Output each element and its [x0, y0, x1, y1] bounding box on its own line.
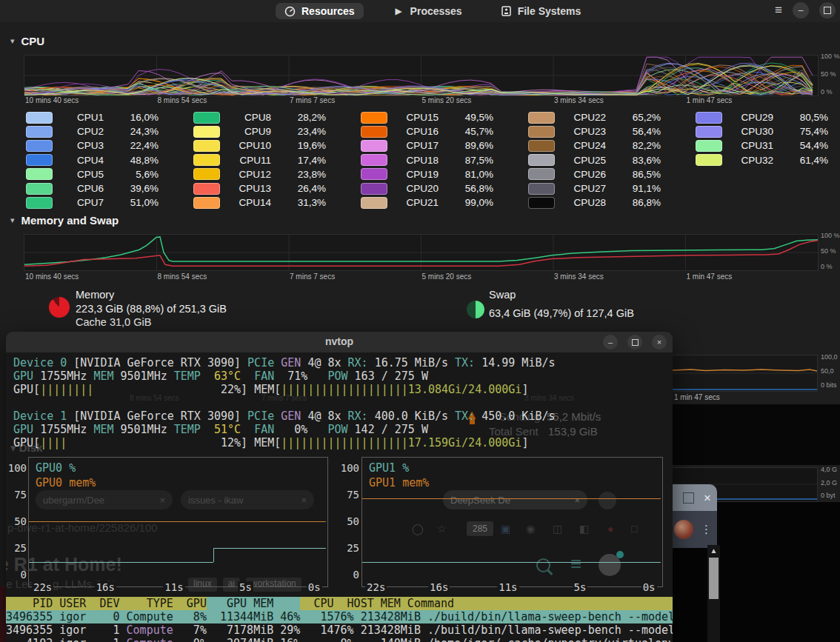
cpu-color-swatch	[528, 197, 555, 209]
cpu-legend-column: CPU116,0%CPU224,3%CPU322,4%CPU448,8%CPU5…	[26, 110, 161, 210]
tab-resources[interactable]: Resources	[276, 3, 364, 19]
cpu-color-swatch	[26, 126, 53, 138]
gpu-mem-legend: GPU1 mem%	[369, 476, 429, 489]
time-axis-label: 7 mins 7 secs	[290, 272, 335, 281]
cpu-y-50: 50 %	[821, 70, 836, 78]
y-axis-tick: 75	[339, 489, 359, 501]
y-axis-tick: 25	[6, 542, 27, 554]
time-axis-label: 5 mins 20 secs	[422, 272, 472, 281]
cpu-legend-item: CPU2583,6%	[528, 153, 663, 167]
tab-processes-label: Processes	[410, 5, 462, 17]
menu-icon[interactable]: ≡	[775, 3, 782, 18]
cpu-color-swatch	[361, 183, 387, 195]
cpu-name: CPU18	[394, 155, 439, 166]
net-time-label: 1 min 47 secs	[674, 393, 720, 401]
browser-maximize-icon[interactable]	[683, 492, 694, 504]
cpu-usage-value: 5,6%	[110, 169, 159, 180]
cpu-legend-item: CPU1117,4%	[193, 153, 328, 167]
cpu-name: CPU17	[394, 140, 439, 151]
cpu-section-header[interactable]: ▾ CPU	[10, 35, 44, 47]
cpu-usage-value: 45,7%	[444, 126, 493, 137]
cpu-usage-value: 39,6%	[110, 183, 159, 194]
process-row[interactable]: 3496355 igor 1 Compute 7% 7178MiB 29% 14…	[6, 623, 673, 637]
cpu-name: CPU7	[59, 197, 104, 208]
gpu-mem-line	[29, 521, 326, 522]
cpu-legend-item: CPU751,0%	[26, 195, 161, 210]
scroll-up-icon[interactable]: ▲	[709, 546, 719, 555]
occluded-left-edge	[0, 586, 6, 642]
cpu-color-swatch	[361, 112, 387, 124]
minimize-button[interactable]: –	[793, 2, 809, 19]
collapse-triangle-icon: ▾	[10, 215, 15, 225]
maximize-button[interactable]	[819, 2, 836, 19]
process-row[interactable]: 3496355 igor 0 Compute 8% 11344MiB 46% 1…	[6, 610, 673, 623]
cpu-legend-item: CPU1645,7%	[361, 124, 496, 138]
maximize-icon	[824, 7, 831, 14]
cpu-legend-item: CPU1223,8%	[193, 167, 328, 181]
cpu-color-swatch	[528, 112, 555, 124]
memory-label: Memory	[76, 289, 114, 301]
cpu-legend-item: CPU2356,4%	[528, 124, 663, 138]
cpu-color-swatch	[193, 168, 220, 180]
nvtop-titlebar[interactable]: nvtop – ×	[6, 332, 673, 352]
cpu-name: CPU20	[394, 183, 439, 194]
kebab-menu-icon[interactable]: ⋮	[701, 523, 712, 536]
cpu-legend-item: CPU1549,5%	[361, 110, 496, 124]
cpu-usage-value: 51,0%	[110, 197, 159, 208]
cpu-legend-column: CPU828,2%CPU923,4%CPU1019,6%CPU1117,4%CP…	[193, 110, 328, 210]
cpu-legend-item: CPU3261,4%	[696, 153, 830, 167]
cpu-name: CPU26	[561, 169, 606, 180]
process-table-header: PID USER DEV TYPE GPU GPU MEM CPU HOST M…	[6, 597, 673, 610]
cpu-legend-item: CPU1431,3%	[193, 195, 328, 210]
cpu-usage-value: 22,4%	[110, 140, 159, 151]
cpu-usage-value: 86,8%	[612, 197, 661, 208]
browser-close-icon[interactable]: ×	[704, 493, 711, 503]
tab-processes[interactable]: ▶ Processes	[384, 3, 471, 19]
cpu-name: CPU3	[59, 140, 104, 151]
cpu-legend-item: CPU1789,6%	[361, 138, 496, 153]
time-axis-label: 7 mins 7 secs	[290, 96, 335, 104]
nvtop-close-button[interactable]: ×	[652, 335, 667, 350]
cpu-name: CPU14	[227, 197, 271, 208]
cpu-legend-item: CPU55,6%	[26, 167, 161, 181]
nvtop-window-controls: – ×	[603, 335, 667, 350]
cpu-name: CPU16	[394, 126, 439, 137]
memory-section-title: Memory and Swap	[21, 214, 119, 227]
cpu-usage-value: 54,4%	[779, 140, 828, 151]
y-axis-tick: 75	[6, 489, 27, 501]
cpu-usage-value: 89,6%	[444, 140, 493, 151]
cpu-name: CPU10	[227, 140, 271, 151]
cpu-name: CPU29	[729, 112, 773, 123]
browser-avatar[interactable]	[674, 520, 693, 539]
nvtop-minimize-button[interactable]: –	[603, 335, 618, 350]
cpu-legend-item: CPU2980,5%	[696, 110, 830, 124]
x-axis-tick: 11s	[163, 581, 184, 593]
browser-fragment-titlebar: ×	[670, 484, 717, 511]
cpu-color-swatch	[361, 126, 387, 138]
swap-usage: 63,4 GiB (49,7%) of 127,4 GiB	[489, 307, 634, 319]
x-axis-tick: 5s	[238, 581, 253, 593]
nvtop-maximize-button[interactable]	[627, 335, 642, 350]
disk-y-2g: 2,0 G	[821, 479, 837, 486]
speedometer-icon	[284, 6, 296, 17]
gpu-pct-legend: GPU1 %	[369, 461, 409, 475]
scrollbar-thumb[interactable]	[709, 558, 719, 599]
cpu-legend-item: CPU2886,8%	[528, 195, 663, 210]
cpu-usage-value: 80,5%	[779, 112, 828, 123]
memory-section-header[interactable]: ▾ Memory and Swap	[10, 214, 119, 227]
net-y-0: 0 bits	[821, 381, 837, 389]
cpu-usage-value: 26,4%	[277, 183, 326, 194]
y-axis-tick: 50	[339, 515, 359, 527]
cpu-color-swatch	[193, 112, 220, 124]
cpu-usage-value: 28,2%	[277, 112, 326, 123]
cpu-color-swatch	[361, 197, 387, 209]
cpu-legend-item: CPU639,6%	[26, 181, 161, 195]
net-y-100: 100,0	[821, 353, 838, 361]
cpu-y-0: 0 %	[821, 88, 833, 96]
process-row[interactable]: 4102 igor 1 Compute 0% 2074MiB 16% 0% 14…	[6, 637, 673, 642]
cpu-usage-value: 61,4%	[779, 155, 828, 166]
cpu-color-swatch	[696, 126, 722, 138]
tab-file-systems[interactable]: File Systems	[492, 3, 590, 19]
cpu-color-swatch	[193, 183, 220, 195]
cpu-color-swatch	[696, 112, 722, 124]
